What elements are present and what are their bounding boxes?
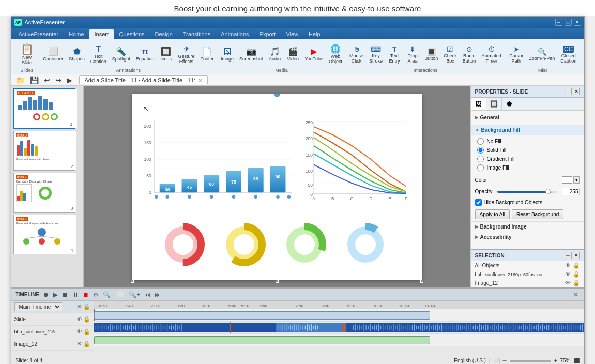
apply-to-all-button[interactable]: Apply to All [475, 209, 510, 219]
ribbon-text-entry[interactable]: T TextEntry [386, 44, 403, 65]
tl-zoom-fit-button[interactable]: ⬜ [115, 291, 126, 299]
opacity-slider-thumb[interactable] [545, 189, 551, 194]
prop-tab-design[interactable]: ⬟ [502, 98, 517, 110]
fit-screen-button[interactable]: ⬛ [574, 358, 580, 363]
tab-export[interactable]: Export [254, 29, 281, 39]
document-tab[interactable]: Add a Slide Title - 11 · Add a Slide Tit… [79, 75, 208, 84]
prop-tab-slide[interactable]: 🖼 [471, 98, 486, 110]
radio-image-fill-input[interactable] [477, 164, 484, 171]
ribbon-container[interactable]: ⬜ Container [41, 47, 65, 63]
resize-handle-top[interactable] [274, 94, 280, 97]
ribbon-radio-button[interactable]: ⊙ RadioButton [461, 44, 478, 65]
tl-next-button[interactable]: ⏭ [153, 291, 162, 299]
tab-design[interactable]: Design [150, 29, 178, 39]
resize-s[interactable] [276, 280, 279, 283]
prop-general-header[interactable]: ▶ General [475, 113, 580, 123]
tl-stop-button[interactable]: ⏹ [60, 291, 70, 299]
selection-item-all[interactable]: All Objects 👁 🔒 [471, 261, 584, 270]
selection-item-video[interactable]: bbb_sunflower_2160p_60fps_normal 👁 🔒 [471, 270, 584, 279]
zoom-in-icon[interactable]: + [554, 358, 557, 363]
close-button[interactable]: ✕ [574, 19, 581, 26]
tab-insert[interactable]: Insert [89, 29, 114, 39]
prop-bg-fill-header[interactable]: ▼ Background Fill [471, 125, 584, 135]
ribbon-zoom-n-pan[interactable]: 🔍 Zoom-n-Pan [527, 47, 557, 62]
color-swatch[interactable] [562, 176, 572, 184]
slide-thumb-1[interactable]: 10:04.511 [13, 88, 75, 129]
qa-redo-button[interactable]: ↪ [54, 75, 63, 85]
prop-tab-layout[interactable]: 🔲 [486, 98, 502, 110]
prop-bg-image-header[interactable]: ▶ Background Image [471, 222, 584, 232]
resize-se[interactable] [420, 280, 423, 283]
tl-image-bar[interactable] [94, 336, 430, 344]
tab-animations[interactable]: Animations [216, 29, 254, 39]
reset-background-button[interactable]: Reset Background [512, 209, 563, 219]
ribbon-image[interactable]: 🖼 Image [219, 47, 236, 63]
tl-audio-waveform[interactable] [94, 323, 584, 332]
ribbon-text-caption[interactable]: T TextCaption [88, 44, 109, 65]
ribbon-check-box[interactable]: ☑ CheckBox [441, 44, 459, 65]
tl-slide-bar[interactable] [94, 311, 430, 320]
ribbon-button[interactable]: 🔳 Button [422, 47, 440, 62]
ribbon-shapes[interactable]: ⬟ Shapes [67, 47, 87, 63]
document-tab-close[interactable]: ✕ [198, 78, 202, 83]
ribbon-spotlight[interactable]: 🔦 Spotlight [110, 47, 132, 63]
ribbon-gesture[interactable]: ✈ GestureEffects [176, 44, 196, 65]
tab-view[interactable]: View [281, 29, 303, 39]
ribbon-youtube[interactable]: ▶ YouTube [303, 47, 325, 63]
tl-zoom-out-button[interactable]: 🔍- [101, 291, 114, 299]
color-dropdown-button[interactable]: ▾ [573, 176, 580, 184]
tab-questions[interactable]: Questions [114, 29, 150, 39]
tl-play-button[interactable]: ▶ [52, 291, 59, 299]
radio-gradient-fill[interactable]: Gradient Fill [477, 155, 578, 163]
minimize-button[interactable]: ─ [555, 19, 562, 26]
tl-record-button[interactable]: ⏺ [41, 291, 51, 299]
ribbon-key-stroke[interactable]: ⌨ KeyStroke [367, 44, 385, 65]
tl-collapse-button[interactable]: ─ [562, 291, 570, 299]
ribbon-closed-caption[interactable]: CC ClosedCaption [558, 44, 578, 65]
maximize-button[interactable]: □ [565, 19, 572, 26]
ribbon-animated-timer[interactable]: ⏱ AnimatedTimer [480, 44, 504, 65]
slide-thumb-3[interactable]: 0:00.7 Compare Data with Charts [13, 173, 75, 213]
selection-close-button[interactable]: ✕ [573, 252, 580, 259]
radio-solid-fill[interactable]: Solid Fill [477, 146, 578, 155]
radio-no-fill[interactable]: No Fill [477, 137, 578, 146]
selection-minimize-button[interactable]: ─ [565, 252, 572, 259]
qa-save-button[interactable]: 💾 [28, 75, 40, 85]
radio-no-fill-input[interactable] [477, 138, 484, 145]
hide-bg-checkbox[interactable] [475, 199, 482, 206]
panel-minimize-button[interactable]: ─ [565, 88, 572, 95]
zoom-out-icon[interactable]: ─ [503, 358, 507, 363]
ribbon-cursor-path[interactable]: ➤ CursorPath [507, 44, 525, 65]
tab-help[interactable]: Help [303, 29, 326, 39]
prop-accessibility-header[interactable]: ▶ Accessibility [471, 232, 584, 242]
main-timeline-selector[interactable]: Main Timeline [14, 302, 62, 311]
tl-close-button[interactable]: ✕ [572, 291, 580, 299]
qa-open-button[interactable]: 📁 [14, 75, 26, 85]
tl-pause-button[interactable]: ⏸ [71, 291, 80, 299]
tl-settings-button[interactable]: ⚙ [91, 291, 100, 299]
ribbon-audio[interactable]: 🎵 Audio [267, 47, 283, 63]
radio-gradient-fill-input[interactable] [477, 156, 484, 162]
hide-bg-checkbox-row[interactable]: Hide Background Objects [471, 198, 584, 207]
ribbon-drop-area[interactable]: ⬇ DropArea [404, 44, 421, 65]
zoom-slider[interactable] [510, 360, 551, 362]
tl-prev-button[interactable]: ⏮ [143, 291, 152, 299]
ribbon-equation[interactable]: π Equation [134, 47, 157, 63]
ribbon-new-slide[interactable]: 📋 NewSlide [19, 43, 36, 66]
tl-stop-red-button[interactable]: ⏹ [81, 291, 90, 299]
tab-activepresenter[interactable]: ActivePresenter [13, 29, 64, 39]
tl-zoom-in-button[interactable]: 🔍+ [127, 291, 142, 299]
ribbon-video[interactable]: 🎬 Video [285, 47, 301, 63]
ribbon-icons[interactable]: 🔲 Icons [158, 47, 174, 63]
opacity-slider[interactable] [497, 191, 556, 193]
ribbon-web-object[interactable]: 🌐 WebObject [327, 44, 344, 65]
opacity-value-input[interactable] [562, 188, 580, 195]
qa-play-button[interactable]: ▶ [65, 75, 74, 85]
slide-thumb-4[interactable]: 0:00.7 Grouped shapes with branches [13, 215, 75, 254]
resize-sw[interactable] [131, 280, 134, 283]
radio-solid-fill-input[interactable] [477, 147, 484, 154]
qa-undo-button[interactable]: ↩ [42, 75, 52, 85]
panel-close-button[interactable]: ✕ [573, 88, 580, 95]
tab-home[interactable]: Home [64, 29, 89, 39]
ribbon-footer[interactable]: 📄 Footer [198, 47, 216, 63]
